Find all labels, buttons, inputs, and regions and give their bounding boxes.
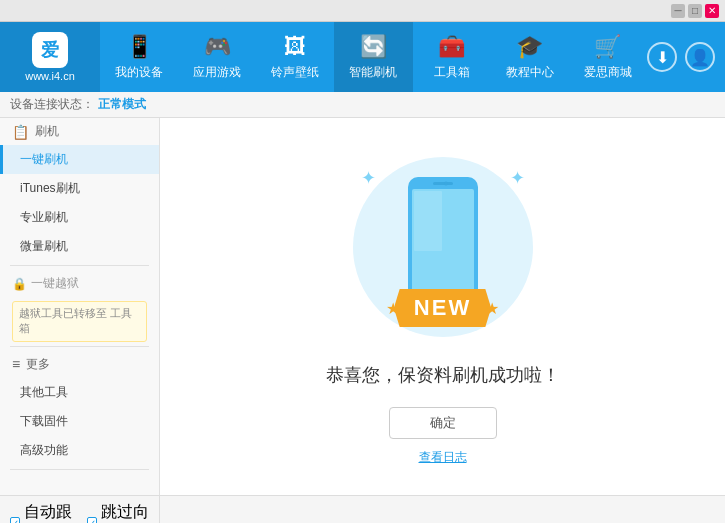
auto-follow-label: 自动跟送 (24, 502, 72, 523)
confirm-button[interactable]: 确定 (389, 407, 497, 439)
title-bar: ─ □ ✕ (0, 0, 725, 22)
download-button[interactable]: ⬇ (647, 42, 677, 72)
sidebar-divider (10, 265, 149, 266)
main-layout: 📋刷机一键刷机iTunes刷机专业刷机微量刷机🔒一键越狱越狱工具已转移至 工具箱… (0, 118, 725, 495)
svg-point-6 (444, 182, 448, 186)
logo-url: www.i4.cn (25, 70, 75, 82)
logo-icon: 爱 (32, 32, 68, 68)
smart-flash-label: 智能刷机 (349, 64, 397, 81)
success-title: 恭喜您，保资料刷机成功啦！ (326, 363, 560, 387)
bottom-right: 阻止iTunes运行 V7.98.66 客服微信公众号检查更新 (160, 496, 725, 523)
auto-follow-checkbox-box: ✓ (10, 517, 20, 524)
svg-rect-5 (433, 182, 453, 185)
sidebar-locked-jailbreak: 🔒一键越狱 (0, 270, 159, 297)
sidebar-item-micro-flash[interactable]: 微量刷机 (0, 232, 159, 261)
bottom-section: ✓自动跟送✓跳过向导 📱 iPhone 12 mini 64GB Down-12… (0, 495, 725, 523)
my-device-label: 我的设备 (115, 64, 163, 81)
sidebar: 📋刷机一键刷机iTunes刷机专业刷机微量刷机🔒一键越狱越狱工具已转移至 工具箱… (0, 118, 160, 495)
smart-flash-icon: 🔄 (360, 34, 387, 60)
nav-items: 📱我的设备🎮应用游戏🖼铃声壁纸🔄智能刷机🧰工具箱🎓教程中心🛒爱思商城 (100, 22, 647, 92)
shop-icon: 🛒 (594, 34, 621, 60)
bottom-left: ✓自动跟送✓跳过向导 📱 iPhone 12 mini 64GB Down-12… (0, 496, 160, 523)
status-bar: 设备连接状态： 正常模式 (0, 92, 725, 118)
apps-games-label: 应用游戏 (193, 64, 241, 81)
star-right-icon: ★ (485, 299, 499, 318)
sidebar-item-one-click-flash[interactable]: 一键刷机 (0, 145, 159, 174)
phone-illustration: ✦ ✦ (343, 147, 543, 347)
maximize-button[interactable]: □ (688, 4, 702, 18)
sidebar-divider (10, 469, 149, 470)
shop-label: 爱思商城 (584, 64, 632, 81)
sidebar-category-刷机[interactable]: 📋刷机 (0, 118, 159, 145)
tutorial-icon: 🎓 (516, 34, 543, 60)
content-area: ✦ ✦ (160, 118, 725, 495)
skip-wizard-label: 跳过向导 (101, 502, 149, 523)
nav-item-apps-games[interactable]: 🎮应用游戏 (178, 22, 256, 92)
nav-item-my-device[interactable]: 📱我的设备 (100, 22, 178, 92)
sidebar-item-itunes-flash[interactable]: iTunes刷机 (0, 174, 159, 203)
checkbox-auto-follow[interactable]: ✓自动跟送 (10, 502, 73, 523)
toolbox-icon: 🧰 (438, 34, 465, 60)
wallpaper-icon: 🖼 (284, 34, 306, 60)
sparkle-tr: ✦ (510, 167, 525, 189)
status-label: 设备连接状态： (10, 96, 94, 113)
sidebar-item-download-firmware[interactable]: 下载固件 (0, 407, 159, 436)
new-ribbon-container: ★ NEW ★ (394, 289, 491, 327)
user-button[interactable]: 👤 (685, 42, 715, 72)
tutorial-label: 教程中心 (506, 64, 554, 81)
skip-wizard-checkbox-box: ✓ (87, 517, 97, 524)
nav-right: ⬇👤 (647, 42, 725, 72)
apps-games-icon: 🎮 (204, 34, 231, 60)
new-ribbon: NEW (394, 289, 491, 327)
nav-item-smart-flash[interactable]: 🔄智能刷机 (334, 22, 412, 92)
checkboxes-area: ✓自动跟送✓跳过向导 (10, 502, 149, 523)
sidebar-divider-2 (10, 346, 149, 347)
nav-item-toolbox[interactable]: 🧰工具箱 (413, 22, 491, 92)
sidebar-category-更多[interactable]: ≡更多 (0, 351, 159, 378)
sparkle-tl: ✦ (361, 167, 376, 189)
svg-rect-2 (414, 191, 442, 251)
top-nav: 爱 www.i4.cn 📱我的设备🎮应用游戏🖼铃声壁纸🔄智能刷机🧰工具箱🎓教程中… (0, 22, 725, 92)
view-log-link[interactable]: 查看日志 (419, 449, 467, 466)
checkbox-skip-wizard[interactable]: ✓跳过向导 (87, 502, 150, 523)
toolbox-label: 工具箱 (434, 64, 470, 81)
sidebar-item-pro-flash[interactable]: 专业刷机 (0, 203, 159, 232)
status-value: 正常模式 (98, 96, 146, 113)
sidebar-item-advanced[interactable]: 高级功能 (0, 436, 159, 465)
sidebar-item-other-tools[interactable]: 其他工具 (0, 378, 159, 407)
close-button[interactable]: ✕ (705, 4, 719, 18)
nav-item-shop[interactable]: 🛒爱思商城 (569, 22, 647, 92)
nav-item-wallpaper[interactable]: 🖼铃声壁纸 (256, 22, 334, 92)
my-device-icon: 📱 (126, 34, 153, 60)
nav-logo[interactable]: 爱 www.i4.cn (0, 22, 100, 92)
minimize-button[interactable]: ─ (671, 4, 685, 18)
nav-item-tutorial[interactable]: 🎓教程中心 (491, 22, 569, 92)
wallpaper-label: 铃声壁纸 (271, 64, 319, 81)
sidebar-note-jailbreak: 越狱工具已转移至 工具箱 (12, 301, 147, 342)
